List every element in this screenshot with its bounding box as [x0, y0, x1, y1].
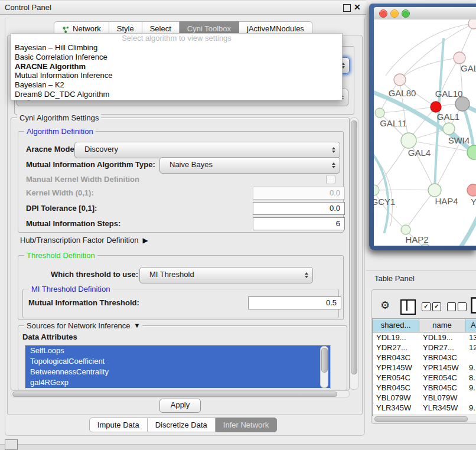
dropdown-prompt: Select algorithm to view settings: [11, 34, 342, 43]
node[interactable]: [468, 19, 476, 29]
cell-shared-name: YDR27...: [373, 343, 419, 353]
data-attributes-label: Data Attributes: [22, 332, 77, 341]
hub-tf-definition-expander[interactable]: Hub/Transcription Factor Definition ▶: [20, 236, 148, 244]
scrollbar-thumb[interactable]: [351, 120, 357, 374]
list-item-selected[interactable]: TopologicalCoefficient: [25, 356, 330, 367]
apply-button[interactable]: Apply: [159, 399, 201, 413]
column-header-shared-name[interactable]: shared...: [373, 319, 419, 332]
node-gal4[interactable]: [401, 133, 416, 148]
close-button[interactable]: [379, 9, 387, 18]
settings-vertical-scrollbar[interactable]: [350, 118, 358, 390]
node-gcy1[interactable]: [374, 185, 379, 195]
checked-checkbox-icon[interactable]: ✓: [432, 302, 441, 311]
table-row[interactable]: YPR145W YPR145W 9.: [373, 363, 476, 373]
check-glyph: ✓: [434, 303, 439, 309]
cell-name: YBR043C: [419, 353, 465, 363]
float-window-icon[interactable]: [343, 4, 351, 12]
table-row[interactable]: YLR345W YLR345W 9.: [373, 403, 476, 413]
zoom-button[interactable]: [402, 9, 410, 18]
node-y[interactable]: [467, 184, 476, 196]
list-item-selected[interactable]: gal4RGexp: [25, 377, 330, 388]
data-attributes-list[interactable]: SelfLoops TopologicalCoefficient Between…: [25, 345, 331, 389]
scrollbar-thumb[interactable]: [374, 416, 468, 422]
node-selected-red[interactable]: [431, 102, 441, 112]
table-row[interactable]: YDL19... YDL19... 13: [373, 332, 476, 343]
dropdown-item[interactable]: Basic Correlation Inference: [11, 53, 342, 62]
which-threshold-combobox[interactable]: MI Threshold: [139, 267, 313, 283]
cell-name: YBL079W: [419, 393, 465, 403]
unchecked-checkbox-icon[interactable]: [447, 302, 456, 311]
scrollbar-thumb[interactable]: [321, 348, 328, 373]
unchecked-checkbox-icon[interactable]: [458, 302, 467, 311]
cell-value: 9.: [465, 403, 476, 413]
node-gal1[interactable]: [443, 123, 455, 135]
list-item-selected[interactable]: BetweennessCentrality: [25, 367, 330, 377]
column-header-cut[interactable]: A: [465, 319, 476, 332]
list-vertical-scrollbar[interactable]: [320, 346, 328, 388]
cell-name: YPR145W: [419, 363, 465, 373]
node-hap4[interactable]: [428, 184, 441, 197]
tab-label: Discretize Data: [155, 419, 207, 431]
table-row[interactable]: YBL079W YBL079W: [373, 393, 476, 403]
dropdown-item[interactable]: Bayesian – Hill Climbing: [11, 43, 342, 53]
checked-checkbox-icon[interactable]: ✓: [422, 302, 431, 311]
aracne-mode-label: Aracne Mode:: [26, 142, 77, 157]
tab-impute-data[interactable]: Impute Data: [89, 418, 148, 432]
table-row[interactable]: YDR27... YDR27... 12: [373, 343, 476, 353]
node-attribute-table[interactable]: shared... name A YDL19... YDL19... 13 YD…: [372, 318, 476, 416]
network-view-canvas[interactable]: GAL GAL80 GAL10 GAL1 GAL11 SWI4 GAL4 GCY…: [374, 19, 476, 246]
node-label: GAL: [461, 63, 476, 73]
list-item-selected[interactable]: SelfLoops: [25, 345, 330, 356]
cell-name: YLR345W: [419, 403, 465, 413]
dropdown-item[interactable]: Bayesian – K2: [11, 80, 342, 90]
node[interactable]: [454, 52, 465, 64]
dpi-tolerance-field[interactable]: 0.0: [253, 202, 345, 215]
cell-value: [465, 353, 476, 363]
dropdown-item-selected[interactable]: ARACNE Algorithm: [11, 62, 342, 71]
cell-name: YBR045C: [419, 383, 465, 393]
column-header-name[interactable]: name: [419, 319, 465, 332]
table-row[interactable]: YER054C YER054C 8.: [373, 373, 476, 383]
cell-name: YDR27...: [419, 343, 465, 353]
cell-name: YER054C: [419, 373, 465, 383]
spinner-icon: [305, 272, 308, 278]
cell-value: 9.: [465, 363, 476, 373]
manual-kernel-width-checkbox[interactable]: [326, 175, 335, 184]
settings-horizontal-scrollbar[interactable]: [11, 390, 350, 397]
cell-value: 13: [465, 332, 476, 343]
mi-algorithm-type-combobox[interactable]: Naive Bayes: [159, 157, 340, 174]
close-icon[interactable]: ✕: [354, 1, 361, 14]
split-columns-icon[interactable]: [400, 299, 416, 315]
node-gal80[interactable]: [394, 74, 406, 86]
tab-discretize-data[interactable]: Discretize Data: [148, 418, 216, 432]
node-gal11[interactable]: [375, 108, 384, 118]
spinner-icon: [332, 147, 335, 153]
table-panel-title: Table Panel: [374, 270, 415, 288]
mi-steps-field[interactable]: 6: [253, 217, 345, 230]
minimize-button[interactable]: [390, 9, 399, 18]
scrollbar-thumb[interactable]: [12, 392, 337, 397]
tab-infer-network[interactable]: Infer Network: [216, 418, 277, 432]
document-icon[interactable]: [471, 297, 476, 314]
node-hap2[interactable]: [401, 225, 410, 234]
dropdown-item[interactable]: Dream8 DC_TDC Algorithm: [11, 90, 342, 99]
algorithm-dropdown-popup: Select algorithm to view settings Bayesi…: [11, 33, 343, 100]
dropdown-item[interactable]: Mutual Information Inference: [11, 71, 342, 80]
kernel-width-field[interactable]: 0.0: [253, 187, 345, 200]
groupbox-title-row[interactable]: Sources for Network Inference ▼: [24, 321, 142, 330]
mi-threshold-field[interactable]: 0.5: [248, 296, 341, 309]
cell-shared-name: YBR045C: [373, 383, 419, 393]
status-bar: [0, 444, 476, 450]
table-row[interactable]: YBR045C YBR045C 9.: [373, 383, 476, 393]
node-gal10[interactable]: [455, 97, 470, 111]
cell-shared-name: YER054C: [373, 373, 419, 383]
gear-icon[interactable]: ⚙: [380, 299, 392, 312]
minimized-panel-icon[interactable]: [5, 439, 18, 450]
table-row[interactable]: YBR043C YBR043C: [373, 353, 476, 363]
network-graph: GAL GAL80 GAL10 GAL1 GAL11 SWI4 GAL4 GCY…: [374, 19, 476, 246]
control-panel-titlebar: Control Panel ✕: [0, 0, 366, 15]
aracne-mode-combobox[interactable]: Discovery: [74, 142, 340, 158]
node-label: SWI4: [448, 135, 470, 145]
table-horizontal-scrollbar[interactable]: [373, 415, 476, 422]
network-window-titlebar[interactable]: [374, 7, 476, 20]
